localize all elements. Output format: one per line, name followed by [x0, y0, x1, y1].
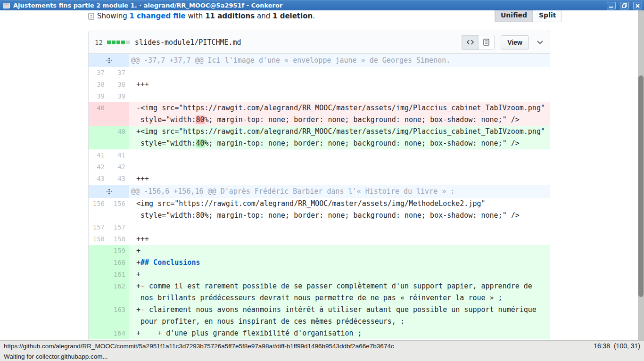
new-line-number[interactable]: 43 [108, 173, 129, 185]
diffstat-block-added [107, 41, 111, 44]
new-line-number[interactable]: 40 [108, 126, 129, 149]
diff-line-row: 4343+++ [89, 173, 550, 185]
diff-line-row: 162+- comme il est rarement possible de … [89, 280, 550, 304]
new-line-number[interactable]: 164 [108, 328, 129, 339]
diff-line-row: 40-<img src="https://rawgit.com/alegrand… [89, 102, 550, 126]
expand-diff-button[interactable] [89, 54, 129, 67]
diffstat-block-added [121, 41, 125, 44]
code-segment: + [136, 282, 140, 290]
additions-count: 11 additions [205, 12, 255, 20]
new-line-number[interactable]: 160 [108, 257, 129, 269]
new-line-number[interactable]: 38 [108, 79, 129, 90]
new-line-number[interactable]: 37 [108, 67, 129, 79]
status-bar: https://github.com/alegrand/RR_MOOC/comm… [0, 340, 644, 361]
file-diff-icon [88, 13, 94, 20]
code-segment-md-p: - [140, 305, 145, 314]
code-segment: %; margin-top: none; border: none; backg… [205, 115, 520, 124]
diffstat-block-added [112, 41, 116, 44]
code-cell: +- clairement nous avons néanmoins intér… [129, 304, 550, 328]
window-titlebar: Ajustements fins partie 2 module 1. · al… [0, 0, 644, 10]
minimize-button[interactable] [607, 2, 616, 9]
changes-count: 12 [95, 39, 103, 46]
code-segment: clairement nous avons néanmoins intérêt … [136, 305, 537, 326]
code-cell: + [129, 269, 550, 280]
old-line-number[interactable]: 42 [89, 161, 108, 173]
new-line-number[interactable]: 157 [108, 222, 129, 233]
split-tab[interactable]: Split [533, 10, 562, 22]
code-cell [129, 149, 550, 161]
new-line-number[interactable]: 42 [108, 161, 129, 173]
diff-line-row: 3737 [89, 67, 550, 79]
code-segment-md-p: + [157, 329, 162, 337]
diff-line-row: 161+ [89, 269, 550, 280]
code-segment: + [136, 258, 140, 267]
old-line-number [89, 257, 108, 269]
diff-view-toggle: Unified Split [495, 10, 562, 22]
diff-line-row: 157157 [89, 222, 550, 233]
code-cell: +++ [129, 79, 550, 90]
code-cell [129, 90, 550, 102]
code-cell: -<img src="https://rawgit.com/alegrand/R… [129, 102, 550, 126]
code-segment: <img src="https://rawgit.com/alegrand/RR… [136, 199, 520, 220]
file-path: slides-module1/PITCHME.md [135, 38, 241, 47]
changed-file-link[interactable]: 1 changed file [129, 12, 185, 20]
diff-line-row: 40+<img src="https://rawgit.com/alegrand… [89, 126, 550, 149]
close-button[interactable] [633, 2, 642, 9]
window-menu-icon[interactable] [3, 3, 10, 8]
old-line-number[interactable]: 157 [89, 222, 108, 233]
view-button[interactable]: View [501, 35, 529, 49]
diff-line-row: 163+- clairement nous avons néanmoins in… [89, 304, 550, 328]
code-segment-hl-add: 40 [196, 139, 204, 148]
expand-diff-button[interactable] [89, 185, 129, 198]
diffstat [107, 41, 130, 44]
unified-tab[interactable]: Unified [495, 10, 533, 22]
old-line-number[interactable]: 41 [89, 149, 108, 161]
minimize-icon [609, 4, 613, 8]
deletions-count: 1 deletion [272, 12, 313, 20]
new-line-number[interactable]: 156 [108, 198, 129, 222]
diffstat-block-neutral [126, 41, 130, 44]
restore-button[interactable] [620, 2, 629, 9]
old-line-number[interactable]: 40 [89, 102, 108, 126]
code-segment-hl-del: 80 [196, 115, 204, 124]
old-line-number[interactable]: 43 [89, 173, 108, 185]
changed-files-summary: Showing 1 changed file with 11 additions… [88, 11, 315, 21]
close-icon [636, 4, 640, 8]
status-position: (100, 31) [614, 342, 640, 350]
window-title: Ajustements fins partie 2 module 1. · al… [13, 2, 282, 9]
scrollbar[interactable] [638, 10, 644, 340]
summary-prefix: Showing [97, 12, 129, 20]
old-line-number[interactable]: 38 [89, 79, 108, 90]
hunk-header-text: @@ -156,6 +156,16 @@ D'après Frédéric Ba… [129, 185, 550, 198]
old-line-number[interactable]: 39 [89, 90, 108, 102]
new-line-number[interactable]: 162 [108, 280, 129, 304]
new-line-number[interactable]: 41 [108, 149, 129, 161]
new-line-number[interactable]: 161 [108, 269, 129, 280]
code-segment: + [136, 305, 140, 314]
diff-line-row: 4242 [89, 161, 550, 173]
code-cell: + [129, 245, 550, 257]
new-line-number[interactable]: 159 [108, 245, 129, 257]
new-line-number[interactable]: 163 [108, 304, 129, 328]
source-view-toggle [462, 35, 495, 50]
status-url: https://github.com/alegrand/RR_MOOC/comm… [4, 343, 394, 350]
old-line-number [89, 126, 108, 149]
new-line-number[interactable]: 39 [108, 90, 129, 102]
file-menu-button[interactable] [535, 35, 545, 49]
new-line-number[interactable]: 158 [108, 233, 129, 245]
code-cell [129, 161, 550, 173]
diff-line-row: 159+ [89, 245, 550, 257]
code-cell: +++ [129, 173, 550, 185]
summary-suffix: . [313, 12, 315, 20]
status-right: 16:38 (100, 31) [594, 342, 640, 350]
old-line-number[interactable]: 156 [89, 198, 108, 222]
diff-line-row: 160+## Conclusions [89, 257, 550, 269]
rich-view-button[interactable] [478, 35, 494, 49]
source-view-button[interactable] [462, 35, 478, 49]
old-line-number[interactable]: 37 [89, 67, 108, 79]
old-line-number[interactable]: 158 [89, 233, 108, 245]
code-cell: +<img src="https://rawgit.com/alegrand/R… [129, 126, 550, 149]
browser-viewport: Showing 1 changed file with 11 additions… [0, 10, 638, 340]
scrollbar-thumb[interactable] [638, 75, 644, 297]
diff-line-row: 3838+++ [89, 79, 550, 90]
